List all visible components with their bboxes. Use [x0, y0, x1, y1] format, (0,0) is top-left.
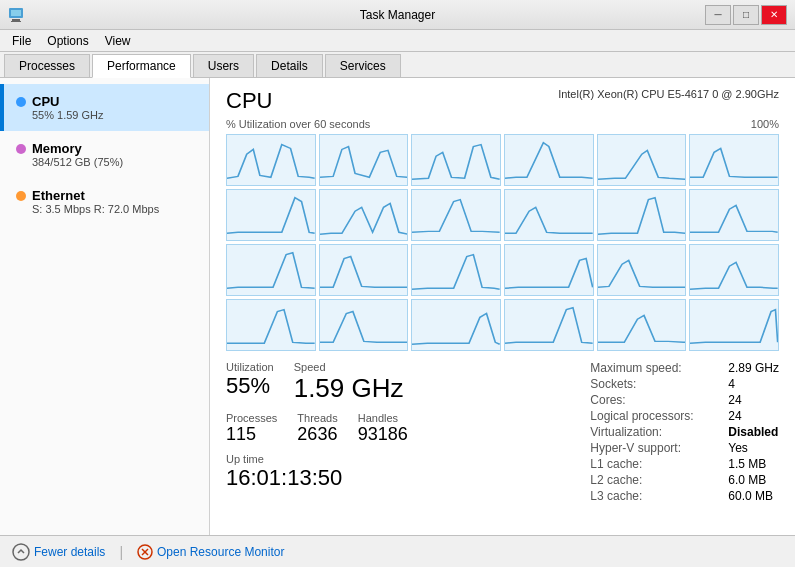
virtualization-value: Disabled — [728, 425, 778, 439]
graph-cell-14 — [319, 244, 409, 296]
svg-rect-1 — [11, 10, 21, 16]
graph-cell-1 — [226, 134, 316, 186]
cores-label: Cores: — [590, 393, 720, 407]
max-speed-label: Maximum speed: — [590, 361, 720, 375]
tab-details[interactable]: Details — [256, 54, 323, 77]
graph-svg-5 — [598, 135, 686, 185]
footer-bar: Fewer details | Open Resource Monitor — [0, 535, 795, 567]
utilization-stat: Utilization 55% — [226, 361, 274, 404]
graph-svg-4 — [505, 135, 593, 185]
bottom-stats: Utilization 55% Speed 1.59 GHz Processes… — [226, 361, 779, 503]
processes-value: 115 — [226, 424, 277, 445]
title-bar-left — [8, 7, 24, 23]
handles-stat: Handles 93186 — [358, 412, 408, 445]
graph-max-label: 100% — [751, 118, 779, 132]
graph-cell-21 — [411, 299, 501, 351]
window-title: Task Manager — [360, 8, 435, 22]
graph-svg-6 — [690, 135, 778, 185]
svg-rect-3 — [11, 21, 21, 22]
svg-point-4 — [13, 544, 29, 560]
cpu-dot — [16, 97, 26, 107]
svg-rect-2 — [12, 19, 20, 21]
l3-value: 60.0 MB — [728, 489, 773, 503]
menu-bar: File Options View — [0, 30, 795, 52]
graph-cell-10 — [504, 189, 594, 241]
ethernet-detail: S: 3.5 Mbps R: 72.0 Mbps — [16, 203, 197, 215]
right-stat-cores: Cores: 24 — [590, 393, 779, 407]
menu-file[interactable]: File — [4, 32, 39, 50]
tab-performance[interactable]: Performance — [92, 54, 191, 78]
left-stats: Utilization 55% Speed 1.59 GHz Processes… — [226, 361, 590, 503]
main-content: CPU 55% 1.59 GHz Memory 384/512 GB (75%)… — [0, 78, 795, 535]
logical-label: Logical processors: — [590, 409, 720, 423]
right-stat-l1: L1 cache: 1.5 MB — [590, 457, 779, 471]
memory-name: Memory — [32, 141, 82, 156]
graph-cell-8 — [319, 189, 409, 241]
l1-value: 1.5 MB — [728, 457, 766, 471]
logical-value: 24 — [728, 409, 741, 423]
graph-cell-5 — [597, 134, 687, 186]
detail-title: CPU — [226, 88, 272, 114]
sidebar-item-cpu[interactable]: CPU 55% 1.59 GHz — [0, 84, 209, 131]
tab-processes[interactable]: Processes — [4, 54, 90, 77]
title-bar: Task Manager ─ □ ✕ — [0, 0, 795, 30]
hyperv-value: Yes — [728, 441, 748, 455]
speed-value: 1.59 GHz — [294, 373, 404, 404]
memory-dot — [16, 144, 26, 154]
processes-label: Processes — [226, 412, 277, 424]
sidebar-item-memory-row: Memory — [16, 141, 197, 156]
uptime-stat: Up time 16:01:13:50 — [226, 453, 590, 491]
menu-view[interactable]: View — [97, 32, 139, 50]
minimize-button[interactable]: ─ — [705, 5, 731, 25]
right-stats: Maximum speed: 2.89 GHz Sockets: 4 Cores… — [590, 361, 779, 503]
right-stat-virtualization: Virtualization: Disabled — [590, 425, 779, 439]
hyperv-label: Hyper-V support: — [590, 441, 720, 455]
detail-panel: CPU Intel(R) Xeon(R) CPU E5-4617 0 @ 2.9… — [210, 78, 795, 535]
open-resource-monitor-label: Open Resource Monitor — [157, 545, 284, 559]
resource-monitor-icon — [137, 544, 153, 560]
utilization-label: Utilization — [226, 361, 274, 373]
graph-cell-22 — [504, 299, 594, 351]
sockets-label: Sockets: — [590, 377, 720, 391]
graph-cell-7 — [226, 189, 316, 241]
speed-stat: Speed 1.59 GHz — [294, 361, 404, 404]
fewer-details-icon — [12, 543, 30, 561]
uptime-label: Up time — [226, 453, 590, 465]
l2-value: 6.0 MB — [728, 473, 766, 487]
app-icon — [8, 7, 24, 23]
graph-cell-4 — [504, 134, 594, 186]
graph-cell-17 — [597, 244, 687, 296]
threads-value: 2636 — [297, 424, 337, 445]
memory-detail: 384/512 GB (75%) — [16, 156, 197, 168]
cpu-detail: 55% 1.59 GHz — [16, 109, 197, 121]
utilization-value: 55% — [226, 373, 274, 399]
sidebar-item-ethernet[interactable]: Ethernet S: 3.5 Mbps R: 72.0 Mbps — [0, 178, 209, 225]
maximize-button[interactable]: □ — [733, 5, 759, 25]
open-resource-monitor-link[interactable]: Open Resource Monitor — [137, 544, 284, 560]
graph-cell-24 — [689, 299, 779, 351]
tab-users[interactable]: Users — [193, 54, 254, 77]
detail-subtitle: Intel(R) Xeon(R) CPU E5-4617 0 @ 2.90GHz — [558, 88, 779, 100]
graph-svg-1 — [227, 135, 315, 185]
fewer-details-link[interactable]: Fewer details — [12, 543, 105, 561]
graph-svg-2 — [320, 135, 408, 185]
speed-label: Speed — [294, 361, 404, 373]
fewer-details-label: Fewer details — [34, 545, 105, 559]
graph-cell-12 — [689, 189, 779, 241]
graph-cell-23 — [597, 299, 687, 351]
sidebar-item-cpu-row: CPU — [16, 94, 197, 109]
sidebar-item-memory[interactable]: Memory 384/512 GB (75%) — [0, 131, 209, 178]
tab-bar: Processes Performance Users Details Serv… — [0, 52, 795, 78]
virtualization-label: Virtualization: — [590, 425, 720, 439]
ethernet-name: Ethernet — [32, 188, 85, 203]
footer-separator: | — [119, 544, 123, 560]
processes-stat: Processes 115 — [226, 412, 277, 445]
menu-options[interactable]: Options — [39, 32, 96, 50]
process-thread-handle-section: Processes 115 Threads 2636 Handles 93186 — [226, 412, 590, 445]
close-button[interactable]: ✕ — [761, 5, 787, 25]
right-stat-sockets: Sockets: 4 — [590, 377, 779, 391]
tab-services[interactable]: Services — [325, 54, 401, 77]
graph-cell-11 — [597, 189, 687, 241]
right-stat-logical: Logical processors: 24 — [590, 409, 779, 423]
graph-cell-20 — [319, 299, 409, 351]
